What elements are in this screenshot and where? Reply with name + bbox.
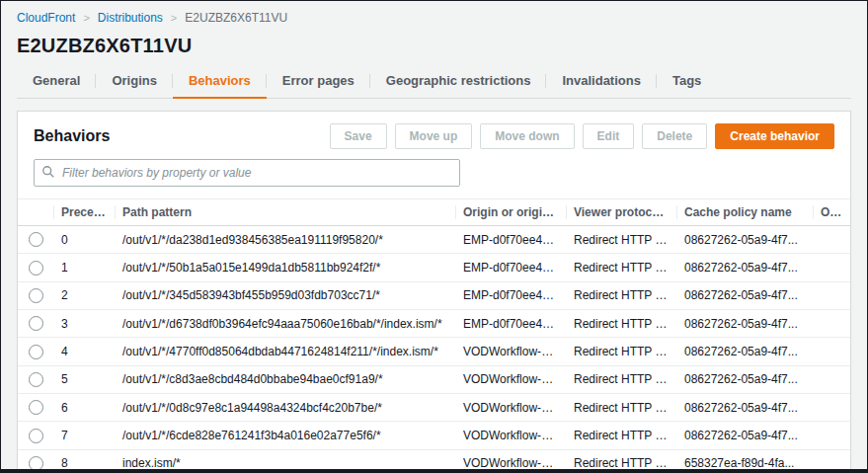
row-select-radio[interactable] (29, 456, 43, 471)
row-select-radio[interactable] (29, 345, 43, 359)
column-origin-request: Origin re... (813, 199, 850, 226)
row-select-cell (18, 226, 53, 254)
table-row: 5/out/v1/*/c8d3ae8cbd484d0bbabe94bae0cf9… (18, 365, 850, 393)
cell-viewer-protocol: Redirect HTTP to HT... (566, 281, 676, 309)
breadcrumb-cloudfront[interactable]: CloudFront (17, 11, 75, 25)
cell-cache-policy: 08627262-05a9-4f7... (676, 422, 813, 449)
row-select-cell (18, 281, 53, 309)
cell-origin-request (813, 254, 850, 281)
cell-cache-policy: 08627262-05a9-4f7... (676, 393, 813, 421)
cell-precedence: 0 (53, 226, 115, 254)
cell-viewer-protocol: Redirect HTTP to HT... (566, 226, 676, 254)
column-precedence: Preced... (53, 199, 115, 226)
cell-cache-policy: 08627262-05a9-4f7... (676, 309, 813, 337)
cell-path: index.ism/* (115, 449, 455, 473)
panel-title: Behaviors (34, 127, 110, 145)
behaviors-panel: Behaviors Save Move up Move down Edit De… (17, 111, 851, 473)
cell-cache-policy: 08627262-05a9-4f7... (676, 365, 813, 393)
cell-origin-request (813, 338, 850, 365)
cell-path: /out/v1/*/6cde828e761241f3b4a016e02a77e5… (115, 422, 455, 449)
tab-invalidations[interactable]: Invalidations (546, 65, 656, 99)
tab-tags[interactable]: Tags (657, 65, 717, 99)
cell-viewer-protocol: Redirect HTTP to HT... (566, 254, 676, 281)
cell-origin: VODWorkflow-pack... (455, 365, 566, 393)
create-behavior-button[interactable]: Create behavior (715, 123, 834, 149)
column-path-pattern: Path pattern (115, 199, 455, 226)
row-select-cell (18, 309, 53, 337)
cell-viewer-protocol: Redirect HTTP to HT... (566, 338, 676, 365)
cell-path: /out/v1/*/345d583943bf455b959d03fdb703cc… (115, 281, 455, 309)
cell-cache-policy: 08627262-05a9-4f7... (676, 226, 813, 254)
cell-precedence: 7 (53, 422, 115, 449)
move-up-button[interactable]: Move up (395, 123, 473, 149)
cell-viewer-protocol: Redirect HTTP to HT... (566, 365, 676, 393)
move-down-button[interactable]: Move down (480, 123, 574, 149)
behaviors-table: Preced... Path pattern Origin or origin … (18, 198, 850, 473)
filter-container (34, 159, 460, 187)
table-row: 6/out/v1/*/0d8c97e8c1a94498a4324bcf4c20b… (18, 393, 850, 421)
cell-viewer-protocol: Redirect HTTP to HT... (566, 309, 676, 337)
behaviors-table-head: Preced... Path pattern Origin or origin … (18, 199, 850, 226)
cell-origin-request (813, 309, 850, 337)
tab-behaviors[interactable]: Behaviors (173, 65, 267, 99)
cloudfront-distribution-page: CloudFront > Distributions > E2UZBZ6X6T1… (0, 0, 868, 473)
tab-origins[interactable]: Origins (96, 65, 173, 99)
tab-error-pages[interactable]: Error pages (267, 65, 370, 99)
save-button[interactable]: Save (330, 123, 387, 149)
cell-origin: EMP-d0f70ee4a6ae... (455, 254, 566, 281)
tab-geographic-restrictions[interactable]: Geographic restrictions (370, 65, 547, 99)
behaviors-panel-header: Behaviors Save Move up Move down Edit De… (18, 112, 850, 159)
cell-origin-request (813, 393, 850, 421)
table-row: 3/out/v1/*/d6738df0b3964efc94aaa75060e16… (18, 309, 850, 337)
table-row: 7/out/v1/*/6cde828e761241f3b4a016e02a77e… (18, 422, 850, 449)
cell-origin-request (813, 422, 850, 449)
cell-origin-request (813, 226, 850, 254)
cell-path: /out/v1/*/0d8c97e8c1a94498a4324bcf4c20b7… (115, 393, 455, 421)
row-select-radio[interactable] (29, 372, 43, 387)
cell-precedence: 6 (53, 393, 115, 421)
row-select-radio[interactable] (29, 400, 43, 415)
behaviors-table-body: 0/out/v1/*/da238d1ed938456385ea191119f95… (18, 226, 850, 473)
breadcrumb-distributions[interactable]: Distributions (98, 11, 163, 25)
breadcrumb-separator-icon: > (171, 12, 177, 24)
cell-precedence: 4 (53, 338, 115, 365)
breadcrumb-current: E2UZBZ6X6T11VU (185, 11, 287, 25)
row-select-radio[interactable] (29, 288, 43, 303)
table-row: 8index.ism/*VODWorkflow-pack...Redirect … (18, 449, 850, 473)
cell-path: /out/v1/*/da238d1ed938456385ea191119f958… (115, 226, 455, 254)
cell-origin-request (813, 449, 850, 473)
column-cache-policy: Cache policy name (676, 199, 813, 226)
filter-behaviors-input[interactable] (34, 159, 460, 187)
cell-origin: VODWorkflow-pack... (455, 449, 566, 473)
cell-origin: EMP-d0f70ee4a6ae... (455, 281, 566, 309)
cell-precedence: 1 (53, 254, 115, 281)
row-select-radio[interactable] (29, 232, 43, 247)
cell-viewer-protocol: Redirect HTTP to HT... (566, 393, 676, 421)
page-title: E2UZBZ6X6T11VU (1, 25, 867, 57)
select-column-header (18, 199, 53, 226)
row-select-radio[interactable] (29, 316, 43, 331)
delete-button[interactable]: Delete (642, 123, 707, 149)
cell-viewer-protocol: Redirect HTTP to HT... (566, 422, 676, 449)
column-origin: Origin or origin gro... (455, 199, 566, 226)
edit-button[interactable]: Edit (583, 123, 635, 149)
tab-general[interactable]: General (17, 65, 96, 99)
cell-origin-request (813, 281, 850, 309)
cell-precedence: 5 (53, 365, 115, 393)
cell-origin: VODWorkflow-pack... (455, 338, 566, 365)
cell-cache-policy: 658327ea-f89d-4fa... (676, 449, 813, 473)
table-row: 4/out/v1/*/4770ff0d85064dbdab4471624814f… (18, 338, 850, 365)
cell-cache-policy: 08627262-05a9-4f7... (676, 254, 813, 281)
table-row: 1/out/v1/*/50b1a5a015e1499da1db5811bb924… (18, 254, 850, 281)
cell-cache-policy: 08627262-05a9-4f7... (676, 281, 813, 309)
cell-precedence: 8 (53, 449, 115, 473)
column-viewer-protocol: Viewer protocol pol... (566, 199, 676, 226)
row-select-radio[interactable] (29, 429, 43, 443)
tabs: General Origins Behaviors Error pages Ge… (17, 65, 851, 99)
row-select-radio[interactable] (29, 261, 43, 276)
breadcrumb-separator-icon: > (83, 12, 89, 24)
cell-origin: EMP-d0f70ee4a6ae... (455, 226, 566, 254)
cell-origin: VODWorkflow-pack... (455, 422, 566, 449)
cell-origin-request (813, 365, 850, 393)
cell-origin: VODWorkflow-pack... (455, 393, 566, 421)
